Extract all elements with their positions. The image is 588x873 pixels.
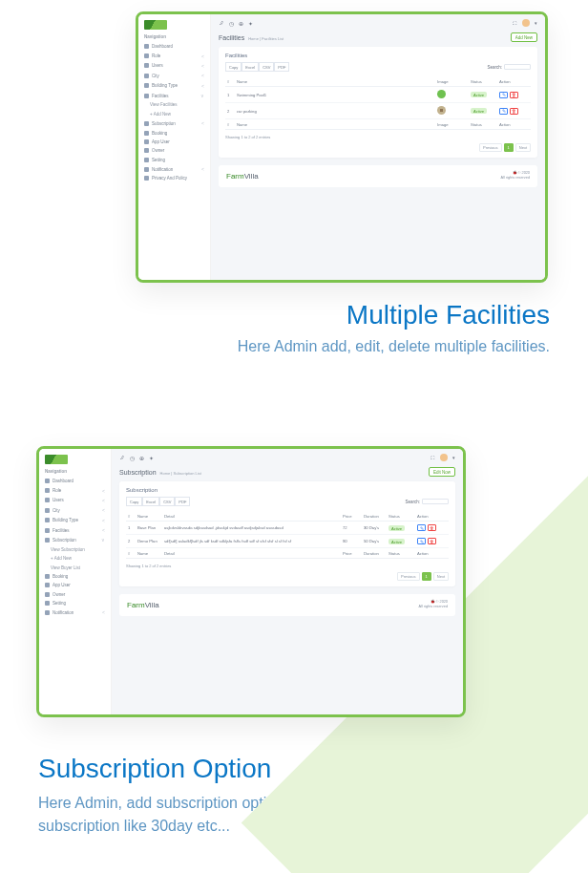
export-excel-button[interactable]: Excel bbox=[142, 497, 159, 506]
clock-icon[interactable]: ◷ bbox=[229, 20, 234, 27]
clock-icon[interactable]: ◷ bbox=[130, 455, 135, 461]
th-price[interactable]: Price bbox=[341, 511, 362, 522]
th-action[interactable]: Action bbox=[497, 76, 531, 87]
car-icon[interactable]: ⊕ bbox=[139, 455, 144, 461]
pager-page-1[interactable]: 1 bbox=[504, 143, 514, 152]
th-action[interactable]: Action bbox=[415, 511, 449, 522]
sidebar-item-users[interactable]: Users< bbox=[41, 496, 109, 505]
th-num[interactable]: # bbox=[126, 511, 136, 522]
expand-icon[interactable]: ⛶ bbox=[513, 21, 517, 26]
showing-text: Showing 1 to 2 of 2 entries bbox=[225, 135, 531, 139]
page-title: Subscription bbox=[119, 469, 157, 476]
th-status[interactable]: Status bbox=[387, 511, 415, 522]
sidebar-item-city[interactable]: City< bbox=[41, 505, 109, 515]
sidebar-item-owner[interactable]: Owner bbox=[41, 590, 109, 599]
chart-icon[interactable]: ⫽ bbox=[219, 20, 224, 27]
sidebar-item-privacy[interactable]: Privacy And Policy bbox=[140, 174, 208, 182]
sidebar-item-building-type[interactable]: Building Type< bbox=[140, 81, 208, 91]
delete-button[interactable]: 🗑 bbox=[428, 524, 436, 531]
export-pdf-button[interactable]: PDF bbox=[274, 62, 289, 72]
th-name[interactable]: Name bbox=[136, 511, 162, 522]
sidebar-sub-add-facility[interactable]: + Add New bbox=[140, 110, 208, 118]
export-csv-button[interactable]: CSV bbox=[159, 497, 175, 506]
edit-button[interactable]: ✎ bbox=[499, 108, 508, 115]
sidebar-item-dashboard[interactable]: Dashboard bbox=[41, 477, 109, 485]
sidebar-item-setting[interactable]: Setting bbox=[41, 599, 109, 607]
th-duration[interactable]: Duration bbox=[362, 511, 387, 522]
sidebar-item-appuser[interactable]: App User bbox=[140, 138, 208, 146]
sidebar-item-booking[interactable]: Booking bbox=[140, 128, 208, 137]
th-image[interactable]: Image bbox=[435, 76, 469, 87]
chart-icon[interactable]: ⫽ bbox=[119, 455, 125, 461]
sidebar-item-notification[interactable]: Notification< bbox=[41, 607, 109, 617]
sidebar-item-city[interactable]: City< bbox=[140, 71, 208, 80]
card-title: Facilities bbox=[225, 53, 531, 58]
sidebar-sub-add-subscription[interactable]: + Add New bbox=[41, 554, 109, 563]
edit-button[interactable]: ✎ bbox=[417, 538, 426, 544]
sidebar-item-facilities[interactable]: Facilities∨ bbox=[140, 91, 208, 100]
star-icon[interactable]: ✦ bbox=[149, 455, 154, 461]
pager-next[interactable]: Next bbox=[515, 143, 531, 152]
pager-prev[interactable]: Previous bbox=[479, 143, 502, 152]
sidebar-item-role[interactable]: Role< bbox=[41, 485, 109, 495]
sidebar-item-building-type[interactable]: Building Type< bbox=[41, 516, 109, 525]
avatar[interactable] bbox=[440, 454, 448, 461]
edit-button[interactable]: ✎ bbox=[499, 92, 508, 98]
footer-copyright: 🐞 © 2020 All rights reserved bbox=[501, 171, 530, 181]
chevron-down-icon[interactable]: ▾ bbox=[535, 21, 537, 26]
chevron-down-icon[interactable]: ▾ bbox=[452, 456, 455, 460]
star-icon[interactable]: ✦ bbox=[248, 20, 253, 27]
avatar[interactable] bbox=[522, 19, 530, 27]
sidebar-item-dashboard[interactable]: Dashboard bbox=[140, 42, 208, 51]
sidebar-sub-view-subscription[interactable]: View Subscription bbox=[41, 545, 109, 554]
edit-now-button[interactable]: Edit Now bbox=[429, 467, 455, 477]
sidebar-item-users[interactable]: Users< bbox=[140, 61, 208, 71]
logo bbox=[45, 455, 68, 464]
export-copy-button[interactable]: Copy bbox=[225, 62, 242, 72]
table-row: 1 Swimming Pool1 Active ✎🗑 bbox=[225, 87, 531, 103]
sidebar-item-notification[interactable]: Notification< bbox=[140, 164, 208, 174]
car-icon[interactable]: ⊕ bbox=[239, 20, 243, 27]
export-excel-button[interactable]: Excel bbox=[242, 62, 259, 72]
search-input[interactable] bbox=[422, 499, 449, 504]
pager-next[interactable]: Next bbox=[433, 572, 449, 581]
th-name[interactable]: Name bbox=[235, 76, 435, 87]
search-input[interactable] bbox=[504, 64, 531, 70]
sidebar-item-facilities[interactable]: Facilities< bbox=[41, 525, 109, 535]
status-badge: Active bbox=[388, 539, 405, 544]
edit-button[interactable]: ✎ bbox=[417, 524, 426, 531]
delete-button[interactable]: 🗑 bbox=[510, 92, 518, 98]
sidebar-item-subscription[interactable]: Subscription< bbox=[140, 118, 208, 128]
export-csv-button[interactable]: CSV bbox=[259, 62, 274, 72]
add-new-button[interactable]: Add New bbox=[511, 32, 537, 42]
footer-copyright: 🐞 © 2020 All rights reserved bbox=[419, 600, 448, 610]
table-row: 2 car parking Active ✎🗑 bbox=[225, 103, 531, 119]
th-status[interactable]: Status bbox=[469, 76, 497, 87]
table-row: 2 Demo Plan sdf[sdf] asladkf]lsdf jls sd… bbox=[126, 535, 449, 548]
pager-page-1[interactable]: 1 bbox=[422, 572, 431, 581]
th-detail[interactable]: Detail bbox=[162, 511, 341, 522]
status-badge: Active bbox=[471, 108, 487, 114]
section1-title: Multiple Facilities bbox=[0, 300, 550, 330]
sidebar-item-booking[interactable]: Booking bbox=[41, 572, 109, 581]
delete-button[interactable]: 🗑 bbox=[510, 108, 518, 115]
sidebar-item-subscription[interactable]: Subscription∨ bbox=[41, 535, 109, 544]
sidebar-item-appuser[interactable]: App User bbox=[41, 581, 109, 589]
card-title: Subscription bbox=[126, 487, 449, 493]
subscription-screenshot: Navigation Dashboard Role< Users< City< … bbox=[36, 446, 466, 717]
delete-button[interactable]: 🗑 bbox=[428, 538, 436, 544]
sidebar-item-owner[interactable]: Owner bbox=[140, 146, 208, 155]
export-copy-button[interactable]: Copy bbox=[126, 497, 142, 506]
sidebar-item-setting[interactable]: Setting bbox=[140, 156, 208, 164]
nav-heading: Navigation bbox=[45, 469, 105, 474]
section1-description: Here Admin add, edit, delete multiple fa… bbox=[0, 338, 550, 355]
nav-heading: Navigation bbox=[144, 34, 204, 39]
export-pdf-button[interactable]: PDF bbox=[175, 497, 190, 506]
sidebar-sub-view-facilities[interactable]: View Facilities bbox=[140, 100, 208, 109]
expand-icon[interactable]: ⛶ bbox=[430, 456, 435, 460]
th-num[interactable]: # bbox=[225, 76, 235, 87]
sidebar-sub-view-buyer[interactable]: View Buyer List bbox=[41, 563, 109, 571]
pager-prev[interactable]: Previous bbox=[397, 572, 420, 581]
sidebar-item-role[interactable]: Role< bbox=[140, 51, 208, 60]
sidebar: Navigation Dashboard Role< Users< City< … bbox=[138, 14, 211, 280]
